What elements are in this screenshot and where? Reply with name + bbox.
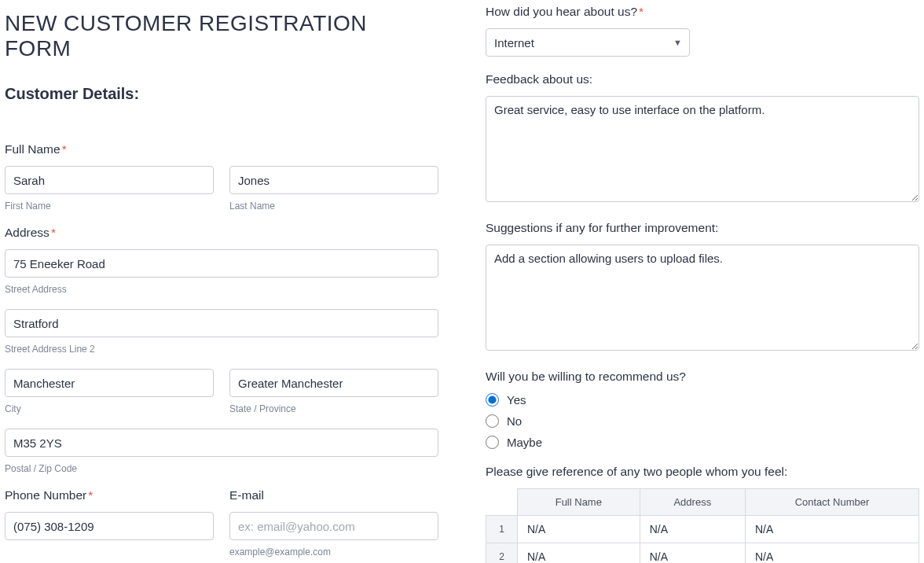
address-label: Address* — [5, 226, 438, 240]
city-sublabel: City — [5, 403, 214, 414]
required-star: * — [51, 226, 56, 239]
table-corner — [486, 489, 518, 516]
email-label: E-mail — [229, 488, 438, 502]
postal-sublabel: Postal / Zip Code — [5, 463, 438, 474]
recommend-no-radio[interactable] — [486, 414, 499, 428]
section-customer-details: Customer Details: — [5, 85, 438, 103]
form-title: NEW CUSTOMER REGISTRATION FORM — [5, 11, 438, 61]
state-input[interactable] — [229, 369, 438, 397]
required-star: * — [639, 5, 644, 18]
street-address-2-sublabel: Street Address Line 2 — [5, 344, 438, 355]
ref-address-cell[interactable]: N/A — [640, 516, 745, 543]
hear-about-label: How did you hear about us?* — [486, 5, 919, 19]
recommend-maybe-row[interactable]: Maybe — [486, 436, 919, 449]
feedback-textarea[interactable]: Great service, easy to use interface on … — [486, 96, 919, 202]
row-num: 2 — [486, 543, 518, 564]
last-name-sublabel: Last Name — [229, 201, 438, 212]
table-row: 1 N/A N/A N/A — [486, 516, 919, 543]
recommend-yes-text: Yes — [507, 393, 526, 407]
first-name-input[interactable] — [5, 166, 214, 194]
postal-input[interactable] — [5, 429, 438, 457]
reference-table: Full Name Address Contact Number 1 N/A N… — [486, 488, 919, 563]
email-input[interactable] — [229, 512, 438, 540]
last-name-input[interactable] — [229, 166, 438, 194]
street-address-sublabel: Street Address — [5, 284, 438, 295]
ref-address-cell[interactable]: N/A — [640, 543, 745, 564]
row-num: 1 — [486, 516, 518, 543]
city-input[interactable] — [5, 369, 214, 397]
full-name-label: Full Name* — [5, 142, 438, 156]
recommend-yes-row[interactable]: Yes — [486, 393, 919, 407]
required-star: * — [62, 142, 67, 156]
reference-label: Please give reference of any two people … — [486, 465, 919, 479]
ref-name-cell[interactable]: N/A — [518, 516, 640, 543]
recommend-yes-radio[interactable] — [486, 393, 499, 407]
table-row: 2 N/A N/A N/A — [486, 543, 919, 564]
street-address-input[interactable] — [5, 249, 438, 278]
suggestions-label: Suggestions if any for further improveme… — [486, 221, 919, 235]
ref-contact-cell[interactable]: N/A — [745, 543, 918, 564]
col-fullname: Full Name — [518, 489, 640, 516]
phone-label: Phone Number* — [5, 488, 214, 502]
email-sublabel: example@example.com — [229, 546, 438, 557]
required-star: * — [88, 488, 93, 502]
phone-input[interactable] — [5, 512, 214, 540]
feedback-label: Feedback about us: — [486, 72, 919, 86]
recommend-label: Will you be willing to recommend us? — [486, 370, 919, 384]
hear-about-select[interactable]: Internet — [486, 28, 690, 57]
recommend-maybe-text: Maybe — [507, 436, 542, 449]
first-name-sublabel: First Name — [5, 201, 214, 212]
col-contact: Contact Number — [745, 489, 918, 516]
recommend-maybe-radio[interactable] — [486, 436, 499, 449]
col-address: Address — [640, 489, 745, 516]
ref-contact-cell[interactable]: N/A — [745, 516, 918, 543]
ref-name-cell[interactable]: N/A — [518, 543, 640, 564]
recommend-no-text: No — [507, 414, 522, 428]
state-sublabel: State / Province — [229, 403, 438, 414]
street-address-2-input[interactable] — [5, 309, 438, 337]
suggestions-textarea[interactable]: Add a section allowing users to upload f… — [486, 245, 919, 351]
recommend-no-row[interactable]: No — [486, 414, 919, 428]
